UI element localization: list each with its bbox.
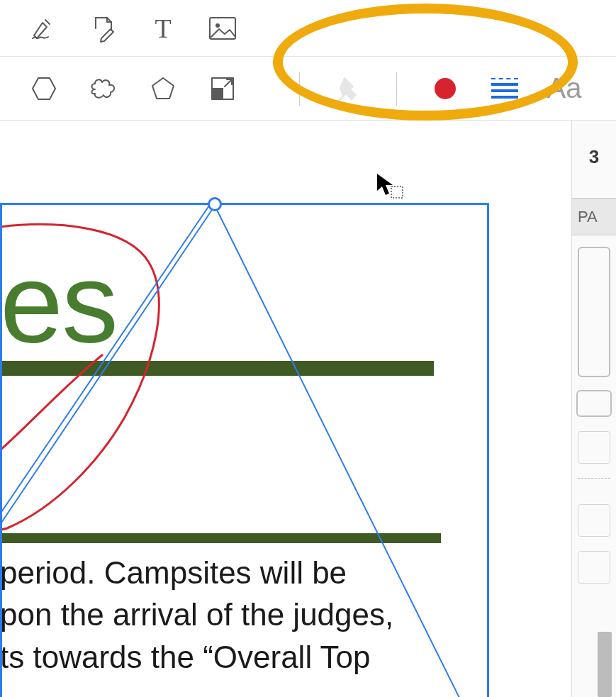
text-style-picker[interactable]: Aa [549, 73, 580, 104]
polygon-shape-tool[interactable] [147, 73, 179, 104]
panel-item[interactable] [578, 551, 610, 584]
panel-control[interactable] [576, 390, 612, 417]
signature-icon [30, 14, 58, 43]
text-style-icon: Aa [547, 72, 582, 104]
selection-bounding-box[interactable] [0, 203, 489, 697]
svg-rect-0 [210, 18, 235, 39]
mouse-cursor [376, 172, 404, 203]
panel-header-fragment[interactable]: PA [572, 199, 616, 235]
panel-item[interactable] [578, 504, 610, 537]
svg-rect-5 [212, 88, 223, 99]
svg-marker-3 [152, 78, 174, 99]
svg-point-1 [215, 23, 220, 28]
cloud-shape-tool[interactable] [88, 73, 119, 104]
image-icon [208, 16, 237, 41]
toolbar-primary: T [0, 0, 616, 57]
scrollbar-thumb[interactable] [598, 632, 612, 697]
color-swatch-icon [435, 78, 456, 99]
resize-scale-tool[interactable] [207, 73, 238, 104]
document-canvas[interactable]: es period. Campsites will be pon the arr… [0, 121, 571, 697]
edit-document-tool[interactable] [88, 13, 119, 44]
line-thickness-picker[interactable] [489, 73, 520, 104]
line-thickness-icon [491, 78, 518, 99]
hexagon-shape-tool[interactable] [28, 73, 60, 104]
toolbar-separator [299, 72, 300, 106]
panel-item[interactable] [578, 431, 610, 464]
pin-toolbar-button[interactable] [332, 73, 364, 104]
text-tool-icon: T [155, 13, 171, 44]
toolbar-secondary: Aa [0, 57, 616, 121]
annotation-properties-group: Aa [295, 72, 580, 106]
edit-doc-icon [89, 14, 118, 43]
svg-rect-9 [391, 186, 403, 198]
toolbar-separator [396, 72, 397, 106]
add-text-tool[interactable]: T [147, 13, 179, 44]
page-count-indicator[interactable]: 3 [572, 146, 616, 199]
selection-handle[interactable] [208, 197, 222, 211]
cloud-icon [89, 75, 118, 102]
scale-icon [209, 75, 236, 102]
pentagon-icon [150, 75, 177, 102]
thumbnail-placeholder[interactable] [578, 247, 610, 377]
add-image-tool[interactable] [207, 13, 238, 44]
panel-divider [578, 478, 610, 490]
svg-marker-2 [33, 78, 55, 99]
pin-icon [335, 75, 362, 102]
stroke-color-picker[interactable] [430, 73, 461, 104]
signature-tool[interactable] [28, 13, 60, 44]
right-side-panel: 3 PA [571, 121, 616, 697]
hexagon-icon [30, 75, 57, 102]
